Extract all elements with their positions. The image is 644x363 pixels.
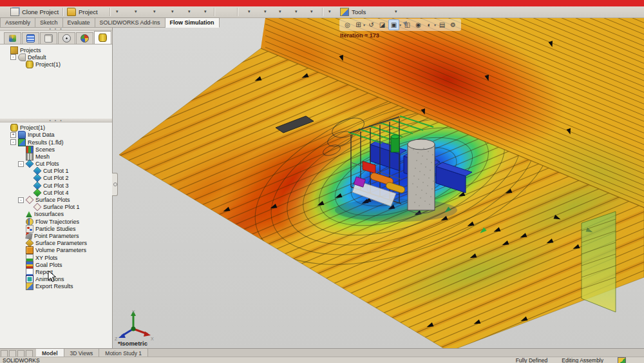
display-style-icon[interactable]: ◫ [402,20,412,30]
projects-icon [10,46,18,54]
tree-item-project-1-[interactable]: +Project(1) [1,61,112,68]
tree-item-report[interactable]: +Report [1,268,112,275]
tree-item-surface-plots[interactable]: -Surface Plots [1,196,112,203]
toolbar-separator [237,8,238,16]
tree-item-mesh[interactable]: +Mesh [1,153,112,160]
feature-manager-panel: • • • +Projects-Default+Project(1) • • •… [0,27,113,348]
toolbar-dropdown-caret[interactable]: ▾ [295,9,298,14]
tab-assembly[interactable]: Assembly [0,17,35,28]
clone-project-button[interactable]: Clone Project [10,6,59,17]
toolbar-dropdown-caret[interactable]: ▾ [328,9,331,14]
tree-item-label: Particle Studies [35,226,76,232]
menu-toolbar: Clone Project Project Tools ▾▾▾▾▾▾▾▾▾▾▾▾… [0,6,644,18]
tab-solidworks-add-ins[interactable]: SOLIDWORKS Add-Ins [95,17,166,28]
tree-item-default[interactable]: -Default [1,54,112,61]
section-view-icon[interactable]: ◪ [377,20,387,30]
tree-item-cut-plots[interactable]: -Cut Plots [1,161,112,168]
toolbar-dropdown-caret[interactable]: ▾ [395,9,397,14]
tree-item-surface-plot-1[interactable]: +Surface Plot 1 [1,204,112,211]
tree-item-projects[interactable]: +Projects [1,46,112,54]
toolbar-separator [62,8,64,16]
expand-toggle[interactable]: - [18,161,24,167]
expand-toggle[interactable]: - [10,139,16,145]
zoom-area-icon[interactable]: ⊞ [354,20,363,30]
tree-item-surface-parameters[interactable]: +Surface Parameters [1,240,112,247]
toolbar-dropdown-caret[interactable]: ▾ [135,9,137,14]
input-data-icon [18,131,26,139]
tree-item-label: Cut Plot 4 [43,190,69,196]
graphics-viewport[interactable]: ◎⊞▾↺◪▣▾◫◉◐▾▤⚙ Iteration = 173 *Isometric… [113,18,644,349]
panel-tab-propertymanager[interactable] [22,32,39,44]
flow-simulation-plot[interactable] [113,18,644,348]
toolbar-dropdown-caret[interactable]: ▾ [171,9,174,14]
scene-icon[interactable]: ▤ [437,20,447,30]
panel-tab-configurationmanager[interactable] [40,32,57,44]
tree-item-results-1-fld-[interactable]: -Results (1.fld) [1,139,112,146]
tree-item-isosurfaces[interactable]: +Isosurfaces [1,211,112,218]
expand-toggle[interactable]: - [10,54,16,60]
expand-toggle[interactable]: + [10,132,16,138]
tree-item-cut-plot-1[interactable]: +Cut Plot 1 [1,168,112,175]
tree-item-volume-parameters[interactable]: +Volume Parameters [1,247,112,254]
tree-item-label: Project(1) [20,124,45,131]
toolbar-dropdown-caret[interactable]: ▾ [248,9,251,14]
tree-item-scenes[interactable]: +Scenes [1,146,112,153]
hud-caret[interactable]: ▾ [434,23,436,27]
project-icon [10,124,18,132]
tree-item-label: Projects [20,47,41,54]
toolbar-dropdown-caret[interactable]: ▾ [264,9,267,14]
tree-item-flow-trajectories[interactable]: +Flow Trajectories [1,218,112,225]
project-menu[interactable]: Project [67,6,98,17]
editing-mode-status: Editing Assembly [562,357,603,363]
clone-project-icon [10,8,19,16]
propertymanager-icon [26,34,35,43]
tools-menu[interactable]: Tools [340,6,366,17]
view-settings-icon[interactable]: ⚙ [448,20,458,30]
tools-icon [340,8,349,16]
toolbar-dropdown-caret[interactable]: ▾ [279,9,281,14]
appearances-icon[interactable]: ◐ [424,20,434,30]
panel-tab-displaymanager[interactable] [76,32,93,44]
toolbar-dropdown-caret[interactable]: ▾ [188,9,191,14]
panel-collapse-handle[interactable] [112,173,118,196]
report-icon [26,268,33,276]
tree-item-label: Project(1) [35,61,61,68]
tab-flow-simulation[interactable]: Flow Simulation [166,17,220,28]
hide-show-items-icon[interactable]: ◉ [413,20,423,30]
heads-up-view-toolbar: ◎⊞▾↺◪▣▾◫◉◐▾▤⚙ [339,19,461,31]
isosurfaces-icon [26,211,32,217]
tree-item-cut-plot-4[interactable]: +Cut Plot 4 [1,189,112,196]
tree-item-point-parameters[interactable]: +Point Parameters [1,232,112,239]
toolbar-dropdown-caret[interactable]: ▾ [116,9,118,14]
tree-item-label: Cut Plot 3 [43,182,69,189]
panel-tab-featuremanager-design-tree[interactable] [4,32,21,44]
tree-item-project-1-[interactable]: +Project(1) [1,124,112,132]
tree-item-label: Flow Trajectories [35,219,79,225]
default-config-icon [18,54,26,61]
zoom-fit-icon[interactable]: ◎ [343,20,352,30]
toolbar-dropdown-caret[interactable]: ▾ [310,9,313,14]
triad-z-label: Z [115,337,118,341]
panel-tab-dimxpertmanager[interactable] [58,32,75,44]
tree-item-goal-plots[interactable]: +Goal Plots [1,261,112,268]
tree-item-input-data[interactable]: +Input Data [1,132,112,139]
tree-item-cut-plot-3[interactable]: +Cut Plot 3 [1,182,112,189]
toolbar-dropdown-caret[interactable]: ▾ [153,9,156,14]
tree-item-label: Cut Plot 2 [43,175,69,181]
tab-evaluate[interactable]: Evaluate [63,17,95,28]
expand-toggle[interactable]: - [18,197,24,203]
tab-sketch[interactable]: Sketch [35,17,63,28]
tree-item-export-results[interactable]: +Export Results [1,283,112,290]
previous-view-icon[interactable]: ↺ [366,20,376,30]
tree-item-animations[interactable]: +Animations [1,276,112,283]
tree-item-xy-plots[interactable]: +XY Plots [1,254,112,261]
tree-item-cut-plot-2[interactable]: +Cut Plot 2 [1,175,112,182]
panel-tab-flow-simulation-tree[interactable] [94,31,111,44]
hud-caret[interactable]: ▾ [399,23,401,27]
toolbar-dropdown-caret[interactable]: ▾ [204,9,207,14]
tree-item-particle-studies[interactable]: +Particle Studies [1,225,112,232]
view-orientation-icon[interactable]: ▣ [388,19,399,30]
tree-item-label: Point Parameters [34,233,79,239]
hud-caret[interactable]: ▾ [363,23,365,27]
toolbar-separator [109,8,111,16]
